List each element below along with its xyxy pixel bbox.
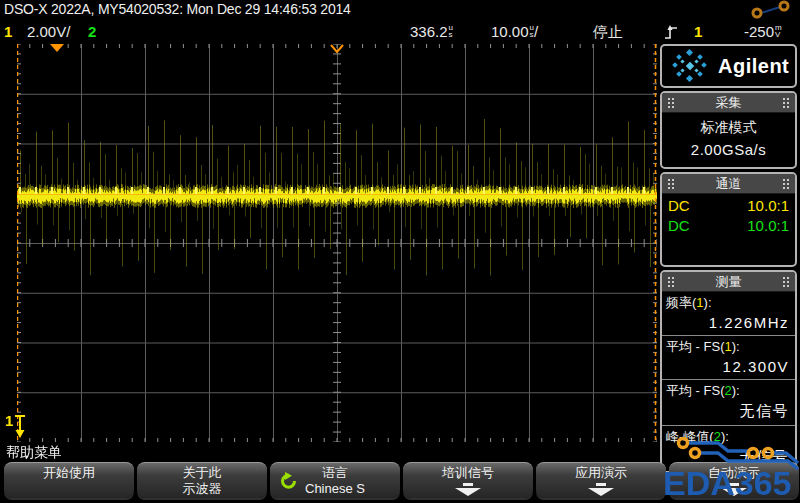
status-bar: 1 2.00V/ 2 336.2us 10.00us/ 停止 1 -250mV xyxy=(0,20,800,44)
measurement-frequency: 频率(1): 1.226MHz xyxy=(662,292,795,336)
grip-icon xyxy=(667,178,675,190)
trigger-source[interactable]: 1 xyxy=(694,23,702,40)
channels-box: 通道 DC 10.0:1 DC 10.0:1 xyxy=(660,172,797,267)
menu-arrow-icon xyxy=(463,483,473,486)
channel2-row: DC 10.0:1 xyxy=(662,214,795,234)
arrow-down-icon xyxy=(13,413,27,439)
acquisition-header: 采集 xyxy=(662,93,795,113)
channels-header: 通道 xyxy=(662,174,795,194)
cycle-icon xyxy=(279,471,299,491)
side-panel: Agilent 采集 标准模式 2.00GSa/s 通道 DC 10.0:1 D… xyxy=(660,44,797,476)
agilent-spark-icon xyxy=(670,47,710,85)
watermark-circuit-top xyxy=(740,0,800,26)
channel1-row: DC 10.0:1 xyxy=(662,194,795,214)
softkey-about-scope[interactable]: 关于此 示波器 xyxy=(137,462,267,498)
menu-title: 帮助菜单 xyxy=(6,444,62,462)
grip-icon xyxy=(667,276,675,288)
measurements-header: 测量 xyxy=(662,272,795,292)
run-state: 停止 xyxy=(593,23,623,42)
timebase-readout: 10.00us/ xyxy=(491,23,538,40)
softkey-training-signals[interactable]: 培训信号 xyxy=(403,462,533,498)
grip-icon xyxy=(782,97,790,109)
channel1-number[interactable]: 1 xyxy=(4,23,12,40)
softkey-getting-started[interactable]: 开始使用 xyxy=(4,462,134,498)
instrument-title: DSO-X 2022A, MY54020532: Mon Dec 29 14:4… xyxy=(4,1,351,20)
brand-box: Agilent xyxy=(660,44,797,88)
channel1-scale[interactable]: 2.00V/ xyxy=(27,23,70,40)
grip-icon xyxy=(667,97,675,109)
brand-name: Agilent xyxy=(718,55,789,78)
softkey-language[interactable]: 语言 Chinese S xyxy=(270,462,400,498)
acquisition-box: 采集 标准模式 2.00GSa/s xyxy=(660,91,797,169)
grip-icon xyxy=(782,276,790,288)
edge-trigger-icon xyxy=(664,24,680,41)
waveform-display xyxy=(17,44,657,442)
watermark-text: EDA365 xyxy=(663,464,792,503)
acquisition-mode: 标准模式 xyxy=(662,119,795,137)
measurement-avg-fs1: 平均 - FS(1): 12.300V xyxy=(662,336,795,380)
channel2-number[interactable]: 2 xyxy=(88,23,96,40)
menu-arrow-icon xyxy=(596,483,606,486)
sample-rate: 2.00GSa/s xyxy=(662,141,795,158)
oscilloscope-screen: DSO-X 2022A, MY54020532: Mon Dec 29 14:4… xyxy=(0,0,800,503)
ch1-ground-marker[interactable]: 1 xyxy=(5,413,27,439)
grip-icon xyxy=(782,178,790,190)
delay-readout: 336.2us xyxy=(410,23,453,40)
